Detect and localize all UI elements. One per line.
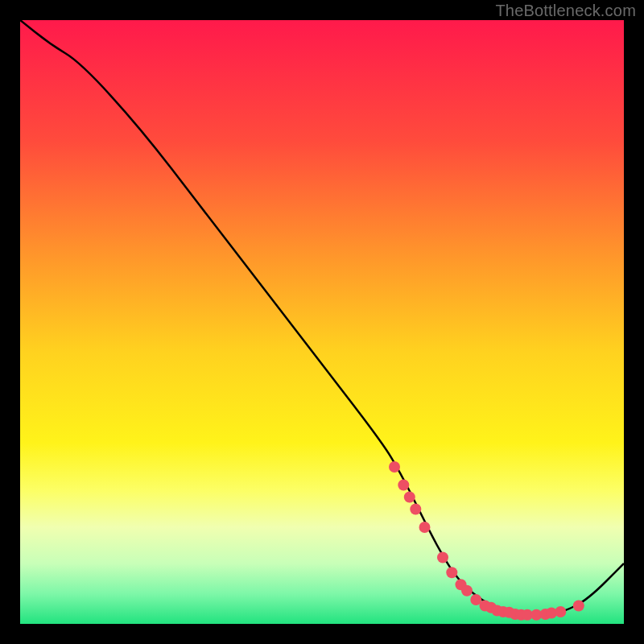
gradient-background bbox=[20, 20, 624, 624]
plot-area bbox=[20, 20, 624, 624]
data-marker bbox=[437, 552, 448, 564]
data-marker bbox=[446, 567, 457, 578]
data-marker bbox=[398, 480, 409, 491]
data-marker bbox=[555, 606, 566, 617]
data-marker bbox=[410, 504, 421, 515]
chart-frame: TheBottleneck.com bbox=[0, 0, 644, 644]
chart-canvas bbox=[20, 20, 624, 624]
data-marker bbox=[419, 522, 431, 533]
data-marker bbox=[404, 492, 415, 503]
data-marker bbox=[389, 461, 400, 473]
data-marker bbox=[573, 601, 584, 612]
data-marker bbox=[461, 585, 473, 597]
watermark-text: TheBottleneck.com bbox=[495, 2, 636, 20]
